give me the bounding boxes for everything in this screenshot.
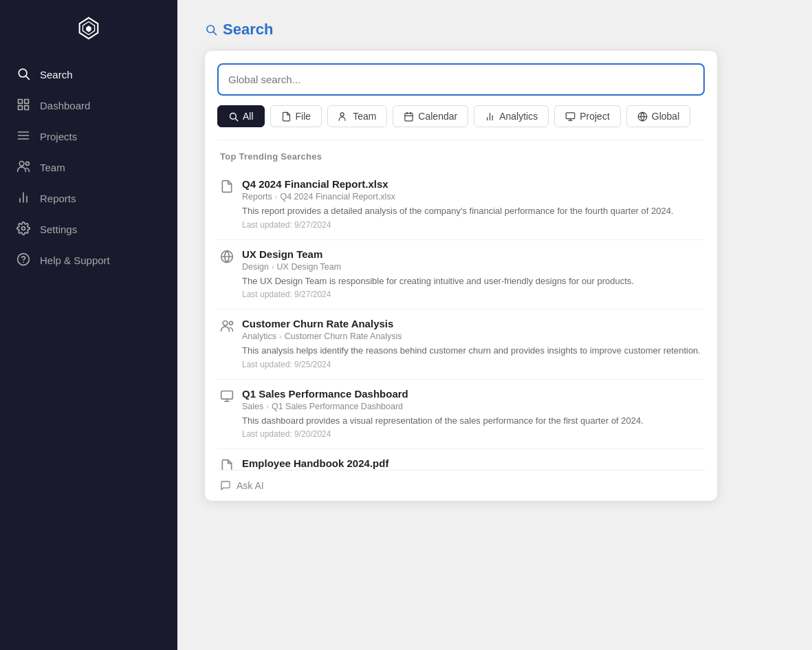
result-breadcrumb: Design › UX Design Team xyxy=(242,262,702,272)
projects-icon xyxy=(17,129,30,144)
trending-heading: Top Trending Searches xyxy=(217,151,705,170)
search-input-wrapper xyxy=(217,63,705,96)
result-description: This report provides a detailed analysis… xyxy=(242,204,702,218)
sidebar-item-label: Dashboard xyxy=(40,100,90,111)
result-breadcrumb: Analytics › Customer Churn Rate Analysis xyxy=(242,332,702,341)
result-content: Q4 2024 Financial Report.xlsx Reports › … xyxy=(242,178,702,230)
result-content: UX Design Team Design › UX Design Team T… xyxy=(242,248,702,300)
dashboard-result-icon xyxy=(220,389,234,403)
team-icon xyxy=(17,160,30,175)
tab-global[interactable]: Global xyxy=(626,105,690,127)
svg-line-20 xyxy=(235,118,237,120)
logo xyxy=(0,0,177,54)
analytics-icon xyxy=(485,111,495,122)
svg-rect-7 xyxy=(25,106,29,110)
svg-rect-29 xyxy=(566,112,575,118)
calendar-icon xyxy=(404,111,414,122)
list-item[interactable]: Customer Churn Rate Analysis Analytics ›… xyxy=(217,310,705,380)
result-content: Customer Churn Rate Analysis Analytics ›… xyxy=(242,318,702,369)
file-result-icon xyxy=(220,459,234,470)
result-breadcrumb: Reports › Q4 2024 Financial Report.xlsx xyxy=(242,192,702,202)
tab-project[interactable]: Project xyxy=(554,105,621,127)
result-date: Last updated: 9/27/2024 xyxy=(242,220,702,230)
sidebar-item-search[interactable]: Search xyxy=(0,59,177,90)
globe-icon xyxy=(637,111,648,122)
list-item[interactable]: Employee Handbook 2024.pdf xyxy=(217,449,705,470)
list-item[interactable]: Q1 Sales Performance Dashboard Sales › Q… xyxy=(217,380,705,450)
result-breadcrumb: Sales › Q1 Sales Performance Dashboard xyxy=(242,402,702,411)
main-content: Search All File xyxy=(177,0,812,650)
search-small-icon xyxy=(228,111,239,122)
sidebar-item-label: Reports xyxy=(40,193,76,204)
svg-point-10 xyxy=(25,162,29,165)
svg-line-4 xyxy=(26,76,30,80)
svg-point-14 xyxy=(22,227,25,230)
filter-tabs: All File Team Calendar xyxy=(217,105,705,127)
result-title: Employee Handbook 2024.pdf xyxy=(242,457,702,469)
sidebar-item-label: Projects xyxy=(40,131,77,142)
svg-point-37 xyxy=(229,321,232,325)
result-title: UX Design Team xyxy=(242,248,702,260)
tab-analytics[interactable]: Analytics xyxy=(474,105,549,127)
sidebar-item-team[interactable]: Team xyxy=(0,152,177,183)
sidebar-item-help[interactable]: Help & Support xyxy=(0,245,177,276)
results-area: Top Trending Searches Q4 2024 Financial … xyxy=(217,140,705,470)
result-content: Employee Handbook 2024.pdf xyxy=(242,457,702,470)
message-icon xyxy=(220,480,231,491)
project-icon xyxy=(565,111,575,122)
tab-all[interactable]: All xyxy=(217,105,265,127)
sidebar-item-reports[interactable]: Reports xyxy=(0,183,177,214)
result-description: This analysis helps identify the reasons… xyxy=(242,344,702,358)
list-item[interactable]: UX Design Team Design › UX Design Team T… xyxy=(217,240,705,310)
svg-rect-38 xyxy=(221,391,233,399)
svg-point-21 xyxy=(340,112,344,116)
result-title: Q4 2024 Financial Report.xlsx xyxy=(242,178,702,190)
tab-file[interactable]: File xyxy=(270,105,322,127)
dashboard-icon xyxy=(17,98,30,113)
svg-line-18 xyxy=(213,32,216,34)
settings-icon xyxy=(17,221,30,237)
svg-marker-2 xyxy=(86,25,91,32)
sidebar-item-label: Team xyxy=(40,162,65,173)
svg-point-36 xyxy=(223,321,228,326)
sidebar-item-projects[interactable]: Projects xyxy=(0,121,177,152)
search-input[interactable] xyxy=(228,65,694,94)
ask-ai-bar[interactable]: Ask AI xyxy=(217,470,705,501)
result-date: Last updated: 9/25/2024 xyxy=(242,360,702,369)
ask-ai-label: Ask AI xyxy=(237,480,264,491)
sidebar-item-dashboard[interactable]: Dashboard xyxy=(0,90,177,121)
team-result-icon xyxy=(220,319,234,333)
tab-team[interactable]: Team xyxy=(327,105,387,127)
svg-point-9 xyxy=(19,162,24,166)
result-date: Last updated: 9/27/2024 xyxy=(242,290,702,299)
file-icon xyxy=(220,180,234,193)
sidebar-nav: Search Dashboard Projects xyxy=(0,54,177,281)
file-icon xyxy=(281,111,292,122)
svg-rect-6 xyxy=(25,100,29,104)
reports-icon xyxy=(17,191,30,206)
sidebar: Search Dashboard Projects xyxy=(0,0,177,650)
svg-rect-8 xyxy=(19,106,23,110)
result-title: Q1 Sales Performance Dashboard xyxy=(242,388,702,400)
svg-rect-22 xyxy=(405,113,413,120)
page-title: Search xyxy=(205,21,273,39)
list-item[interactable]: Q4 2024 Financial Report.xlsx Reports › … xyxy=(217,170,705,240)
team-filter-icon xyxy=(338,111,349,122)
svg-rect-5 xyxy=(19,100,23,104)
result-description: The UX Design Team is responsible for cr… xyxy=(242,274,702,288)
sidebar-item-settings[interactable]: Settings xyxy=(0,214,177,245)
sidebar-item-label: Help & Support xyxy=(40,254,110,266)
help-icon xyxy=(17,252,30,268)
result-description: This dashboard provides a visual represe… xyxy=(242,414,702,428)
sidebar-item-label: Search xyxy=(40,69,73,80)
search-icon xyxy=(17,67,30,83)
result-title: Customer Churn Rate Analysis xyxy=(242,318,702,329)
result-content: Q1 Sales Performance Dashboard Sales › Q… xyxy=(242,388,702,440)
sidebar-item-label: Settings xyxy=(40,224,77,235)
result-date: Last updated: 9/20/2024 xyxy=(242,429,702,439)
tab-calendar[interactable]: Calendar xyxy=(393,105,468,127)
search-card: All File Team Calendar xyxy=(205,51,717,501)
search-icon xyxy=(205,23,217,36)
globe-result-icon xyxy=(220,250,234,263)
